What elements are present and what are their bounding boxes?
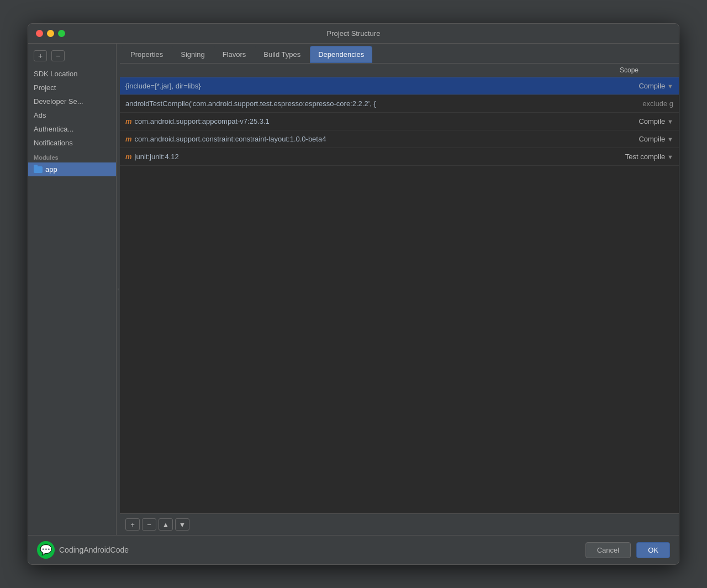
modules-section-label: Modules (28, 150, 116, 162)
dep-scope-label: Test compile (625, 153, 665, 161)
scope-dropdown-icon[interactable]: ▼ (667, 136, 673, 143)
main-body: + − SDK Location Project Developer Se...… (28, 44, 679, 535)
dep-scope-cell: Compile ▼ (585, 135, 673, 143)
dependencies-header: Scope (120, 64, 679, 77)
table-row[interactable]: m com.android.support:appcompat-v7:25.3.… (120, 113, 679, 130)
sidebar: + − SDK Location Project Developer Se...… (28, 44, 117, 535)
cancel-button[interactable]: Cancel (585, 542, 631, 558)
table-row[interactable]: androidTestCompile('com.android.support.… (120, 95, 679, 113)
tab-dependencies[interactable]: Dependencies (310, 46, 372, 63)
dep-scope-cell: Compile ▼ (585, 82, 673, 90)
tab-flavors[interactable]: Flavors (214, 46, 255, 63)
dep-row-content: {include=[*.jar], dir=libs} (125, 82, 585, 90)
table-row[interactable]: {include=[*.jar], dir=libs} Compile ▼ (120, 77, 679, 95)
tab-build-types[interactable]: Build Types (255, 46, 309, 63)
dep-row-content: androidTestCompile('com.android.support.… (125, 99, 585, 108)
sidebar-item-developer-services[interactable]: Developer Se... (28, 95, 116, 108)
dep-row-text: junit:junit:4.12 (135, 153, 585, 161)
dependencies-table: {include=[*.jar], dir=libs} Compile ▼ an… (120, 77, 679, 513)
sidebar-item-project[interactable]: Project (28, 81, 116, 95)
dep-scope-label: Compile (639, 117, 665, 125)
table-row[interactable]: m junit:junit:4.12 Test compile ▼ (120, 148, 679, 166)
dep-row-text: androidTestCompile('com.android.support.… (125, 99, 585, 108)
project-structure-dialog: Project Structure + − SDK Location Proje… (28, 23, 679, 565)
window-controls (36, 30, 65, 37)
sidebar-item-app[interactable]: app (28, 162, 116, 176)
dep-scope-cell: Test compile ▼ (585, 153, 673, 161)
sidebar-toolbar: + − (28, 47, 116, 67)
sidebar-module-app-label: app (45, 165, 57, 174)
dep-header-scope: Scope (585, 66, 673, 74)
sidebar-item-authentication[interactable]: Authentica... (28, 122, 116, 136)
dep-row-content: m com.android.support:appcompat-v7:25.3.… (125, 117, 585, 125)
dep-row-content: m junit:junit:4.12 (125, 153, 585, 161)
close-button[interactable] (36, 30, 43, 37)
window-title: Project Structure (327, 29, 381, 38)
dependencies-panel: Scope {include=[*.jar], dir=libs} Compil… (120, 64, 679, 535)
bottom-toolbar: + − ▲ ▼ (120, 513, 679, 535)
dep-scope-cell: exclude g (585, 99, 673, 108)
dep-scope-cell: Compile ▼ (585, 117, 673, 125)
wechat-icon: 💬 (37, 541, 55, 559)
add-dependency-button[interactable]: + (125, 518, 140, 531)
sidebar-remove-button[interactable]: − (51, 50, 65, 61)
ok-button[interactable]: OK (636, 542, 670, 558)
dep-scope-label: Compile (639, 135, 665, 143)
folder-icon (34, 166, 43, 173)
sidebar-add-button[interactable]: + (34, 50, 47, 61)
content-panel: Properties Signing Flavors Build Types D… (120, 44, 679, 535)
exclude-text: exclude g (642, 99, 673, 108)
dep-scope-label: Compile (639, 82, 665, 90)
maximize-button[interactable] (58, 30, 65, 37)
dep-row-content: m com.android.support.constraint:constra… (125, 135, 585, 143)
branding: 💬 CodingAndroidCode (37, 541, 129, 559)
minimize-button[interactable] (47, 30, 54, 37)
tabs-bar: Properties Signing Flavors Build Types D… (120, 44, 679, 64)
sidebar-item-ads[interactable]: Ads (28, 108, 116, 122)
scope-dropdown-icon[interactable]: ▼ (667, 154, 673, 160)
dialog-footer: 💬 CodingAndroidCode Cancel OK (28, 535, 679, 564)
remove-dependency-button[interactable]: − (142, 518, 156, 531)
dep-row-text: {include=[*.jar], dir=libs} (125, 82, 585, 90)
sidebar-item-sdk-location[interactable]: SDK Location (28, 67, 116, 81)
footer-buttons: Cancel OK (585, 542, 670, 558)
tab-signing[interactable]: Signing (172, 46, 213, 63)
module-icon: m (125, 117, 132, 125)
dep-row-text: com.android.support.constraint:constrain… (135, 135, 585, 143)
sidebar-item-notifications[interactable]: Notifications (28, 136, 116, 150)
move-up-button[interactable]: ▲ (159, 518, 173, 531)
scope-dropdown-icon[interactable]: ▼ (667, 83, 673, 90)
module-icon: m (125, 153, 132, 161)
move-down-button[interactable]: ▼ (175, 518, 189, 531)
dep-row-text: com.android.support:appcompat-v7:25.3.1 (135, 117, 585, 125)
module-icon: m (125, 135, 132, 143)
scope-dropdown-icon[interactable]: ▼ (667, 118, 673, 125)
branding-text: CodingAndroidCode (59, 545, 129, 554)
title-bar: Project Structure (28, 24, 679, 44)
table-row[interactable]: m com.android.support.constraint:constra… (120, 130, 679, 148)
tab-properties[interactable]: Properties (122, 46, 171, 63)
